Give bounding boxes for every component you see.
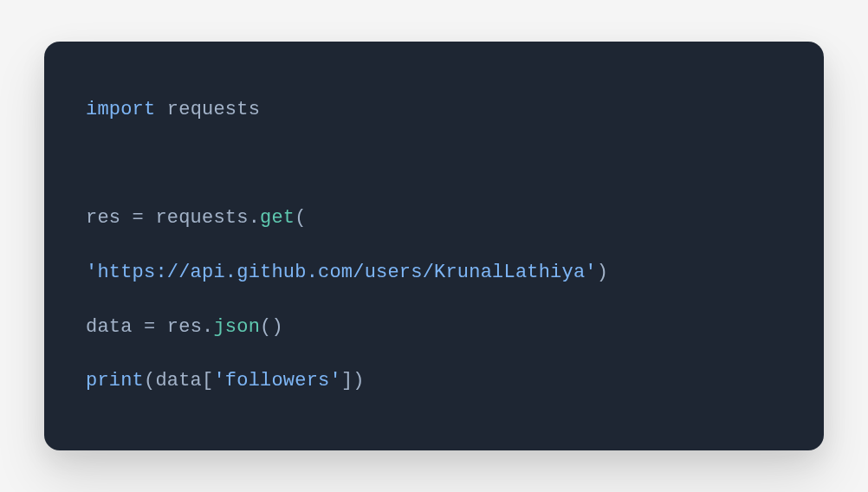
method-get: get xyxy=(260,207,295,229)
punc-open-index: (data[ xyxy=(144,370,213,392)
ident-res: res xyxy=(155,316,202,338)
code-line-3: res = requests.get( xyxy=(86,191,782,246)
equals-op: = xyxy=(133,207,144,229)
parens-empty: () xyxy=(260,316,283,338)
module-requests: requests xyxy=(155,99,260,120)
paren-open: ( xyxy=(295,207,306,229)
var-data: data xyxy=(86,316,144,338)
code-line-6: print(data['followers']) xyxy=(86,354,782,409)
ident-requests: requests xyxy=(144,207,249,229)
code-line-2 xyxy=(86,138,782,192)
string-url: 'https://api.github.com/users/KrunalLath… xyxy=(86,262,597,283)
dot-op: . xyxy=(249,207,260,229)
builtin-print: print xyxy=(86,370,144,392)
dot-op-2: . xyxy=(202,316,213,338)
method-json: json xyxy=(213,316,260,338)
punc-close-index: ]) xyxy=(341,370,365,392)
string-followers: 'followers' xyxy=(213,370,340,392)
equals-op-2: = xyxy=(144,316,155,338)
code-line-1: import requests xyxy=(86,83,782,138)
paren-close: ) xyxy=(597,262,608,283)
var-res: res xyxy=(86,207,133,229)
code-line-4: 'https://api.github.com/users/KrunalLath… xyxy=(86,246,782,301)
code-block: import requests res = requests.get( 'htt… xyxy=(44,42,824,450)
code-line-5: data = res.json() xyxy=(86,301,782,355)
keyword-import: import xyxy=(86,99,155,120)
